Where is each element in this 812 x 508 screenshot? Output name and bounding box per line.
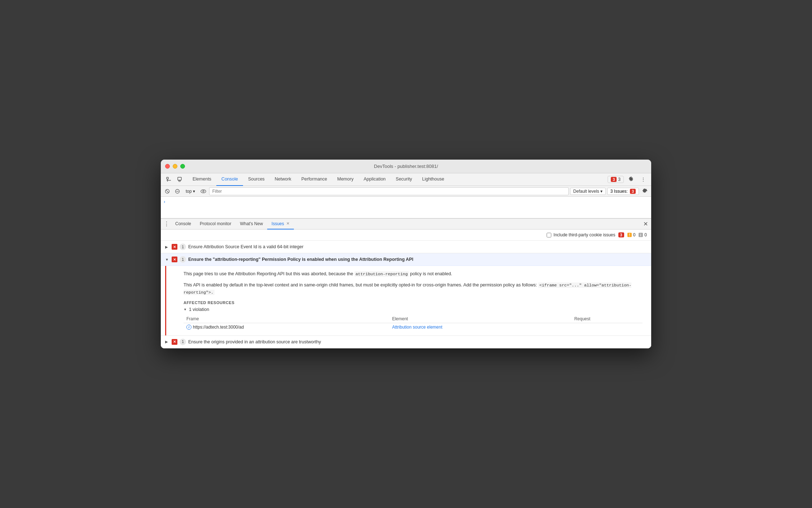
issue-header-1[interactable]: ▶ ✕ 1 Ensure Attribution Source Event Id…	[161, 241, 651, 253]
issues-badge[interactable]: 3 3	[608, 176, 624, 183]
tab-network[interactable]: Network	[270, 173, 296, 186]
warn-count-display: ! 0	[627, 232, 636, 237]
issue-item-2: ▼ ✕ 1 Ensure the "attribution-reporting"…	[161, 253, 651, 335]
tab-issues[interactable]: Issues ✕	[267, 219, 294, 230]
close-issues-tab-icon[interactable]: ✕	[286, 221, 290, 226]
third-party-checkbox[interactable]	[547, 233, 551, 237]
log-levels-label: Default levels	[573, 189, 599, 194]
violation-arrow: ▼	[184, 308, 187, 311]
issue-arrow-1: ▶	[165, 245, 169, 249]
context-selector[interactable]: top ▾	[183, 188, 198, 195]
violation-table: Frame Element Request	[184, 315, 643, 331]
more-menu-icon[interactable]: ⋮	[638, 174, 648, 184]
violation-toggle[interactable]: ▼ 1 violation	[184, 307, 643, 312]
title-bar: DevTools - publisher.test:8081/	[161, 160, 651, 173]
issue-title-2: Ensure the "attribution-reporting" Permi…	[188, 257, 413, 262]
inspect-icon[interactable]	[164, 174, 174, 184]
tab-lighthouse[interactable]: Lighthouse	[417, 173, 449, 186]
third-party-label-text: Include third-party cookie issues	[553, 232, 615, 237]
warn-count-text: 0	[633, 232, 636, 237]
col-request: Request	[572, 315, 643, 323]
issue-header-3[interactable]: ▶ ✕ 1 Ensure the origins provided in an …	[161, 336, 651, 348]
svg-rect-3	[178, 177, 181, 180]
issue-error-icon-1: ✕	[172, 244, 177, 250]
issues-error-count: 3	[611, 177, 617, 182]
issue-para1-after: policy is not enabled.	[409, 271, 452, 276]
issue-para-2: This API is enabled by default in the to…	[184, 281, 643, 296]
tab-console-drawer[interactable]: Console	[171, 219, 195, 230]
window-title: DevTools - publisher.test:8081/	[374, 164, 438, 169]
traffic-lights	[165, 164, 185, 169]
svg-line-7	[166, 190, 169, 192]
console-settings-icon[interactable]	[640, 187, 649, 196]
info-count-display: i 0	[638, 232, 647, 237]
tab-security[interactable]: Security	[391, 173, 417, 186]
settings-icon[interactable]	[626, 174, 636, 184]
clear-console-icon[interactable]	[163, 187, 172, 196]
table-row: https://adtech.test:3000/ad Attribution …	[184, 323, 643, 331]
console-prompt-icon: ›	[164, 199, 165, 204]
issues-number: 3	[618, 177, 621, 182]
info-count-text: 0	[644, 232, 647, 237]
issue-count-2: 1	[180, 256, 186, 263]
issue-arrow-2: ▼	[165, 258, 169, 262]
close-panel-button[interactable]: ✕	[641, 220, 650, 228]
log-levels-selector[interactable]: Default levels ▾	[570, 188, 606, 195]
third-party-row: Include third-party cookie issues 3 ! 0	[161, 230, 651, 241]
issues-counts: 3 ! 0 i	[618, 232, 647, 237]
issue-count-3: 1	[180, 339, 186, 345]
tab-elements[interactable]: Elements	[187, 173, 216, 186]
third-party-checkbox-label[interactable]: Include third-party cookie issues	[547, 232, 615, 237]
frame-url: https://adtech.test:3000/ad	[193, 325, 244, 330]
issue-header-2[interactable]: ▼ ✕ 1 Ensure the "attribution-reporting"…	[161, 253, 651, 266]
devtools-icons	[164, 174, 185, 184]
device-icon[interactable]	[175, 174, 185, 184]
issue-para2-text: This API is enabled by default in the to…	[184, 282, 538, 288]
issue-error-icon-3: ✕	[172, 339, 177, 345]
devtools-window: DevTools - publisher.test:8081/	[161, 160, 651, 348]
top-tabs-right: 3 3 ⋮	[608, 174, 648, 184]
maximize-button[interactable]	[180, 164, 185, 169]
more-tabs-icon[interactable]: ⋮	[162, 220, 171, 228]
issue-title-1: Ensure Attribution Source Event Id is a …	[188, 244, 304, 249]
tab-whats-new[interactable]: What's New	[235, 219, 267, 230]
bottom-panel: ⋮ Console Protocol monitor What's New Is…	[161, 218, 651, 348]
context-arrow: ▾	[193, 189, 195, 194]
context-label: top	[186, 189, 192, 194]
devtools-panel: Elements Console Sources Network Perform…	[161, 173, 651, 348]
col-frame: Frame	[184, 315, 389, 323]
svg-text:i: i	[640, 233, 641, 237]
tab-protocol-monitor[interactable]: Protocol monitor	[195, 219, 235, 230]
element-cell: Attribution source element	[389, 323, 571, 331]
console-toolbar: top ▾ Default levels ▾ 3 Issues: 3	[161, 186, 651, 197]
tab-application[interactable]: Application	[358, 173, 390, 186]
issues-count-button[interactable]: 3 Issues: 3	[607, 188, 639, 195]
minimize-button[interactable]	[173, 164, 177, 169]
violation-label: 1 violation	[189, 307, 209, 312]
filter-input[interactable]	[209, 187, 569, 195]
eye-icon[interactable]	[199, 187, 208, 196]
request-cell	[572, 323, 643, 331]
tab-sources[interactable]: Sources	[243, 173, 270, 186]
tab-performance[interactable]: Performance	[296, 173, 332, 186]
issue-para-1: This page tries to use the Attribution R…	[184, 270, 643, 277]
issue-error-icon-2: ✕	[172, 257, 177, 262]
issues-count-label: 3 Issues:	[610, 189, 628, 194]
issue-arrow-3: ▶	[165, 340, 169, 344]
issue-detail-2: This page tries to use the Attribution R…	[165, 266, 651, 335]
no-log-icon[interactable]	[173, 187, 182, 196]
issue-code-1: attribution-reporting	[354, 271, 409, 277]
attribution-source-link[interactable]: Attribution source element	[392, 325, 442, 330]
top-tab-bar: Elements Console Sources Network Perform…	[161, 173, 651, 186]
close-button[interactable]	[165, 164, 170, 169]
error-badge: 3	[618, 232, 624, 237]
bottom-tabs-right: ✕	[641, 220, 650, 228]
svg-rect-0	[167, 177, 168, 179]
tab-console[interactable]: Console	[216, 173, 243, 186]
issues-count-badge: 3	[630, 189, 636, 194]
tab-memory[interactable]: Memory	[332, 173, 358, 186]
console-output: ›	[161, 197, 651, 218]
issue-para1-before: This page tries to use the Attribution R…	[184, 271, 354, 276]
frame-cell: https://adtech.test:3000/ad	[184, 323, 389, 331]
table-header-row: Frame Element Request	[184, 315, 643, 323]
